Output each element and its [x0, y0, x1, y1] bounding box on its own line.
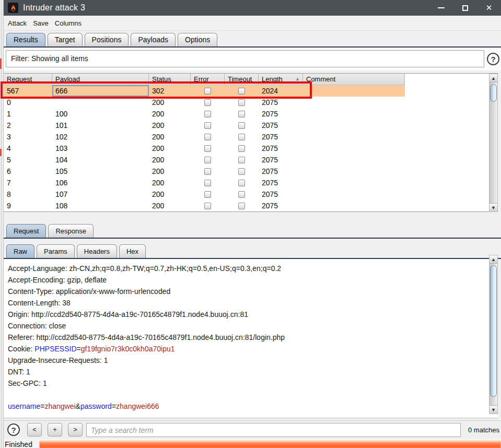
- tab-results[interactable]: Results: [6, 33, 45, 46]
- error-checkbox[interactable]: [204, 134, 211, 140]
- search-prev-button[interactable]: <: [27, 423, 42, 437]
- timeout-checkbox[interactable]: [238, 88, 245, 95]
- table-row[interactable]: 41032002075: [4, 143, 405, 154]
- tab-params[interactable]: Params: [37, 244, 75, 258]
- timeout-checkbox[interactable]: [238, 122, 245, 129]
- table-row[interactable]: 81072002075: [4, 188, 405, 200]
- error-checkbox[interactable]: [204, 203, 211, 209]
- request-text-segment: =: [112, 402, 116, 410]
- request-line: username=zhangwei&password=zhangwei666: [8, 400, 498, 412]
- scroll-down-icon[interactable]: ▼: [490, 405, 497, 414]
- menu-item-save[interactable]: Save: [30, 18, 52, 29]
- column-header-label: Comment: [306, 74, 404, 85]
- tab-hex[interactable]: Hex: [119, 244, 146, 258]
- error-checkbox[interactable]: [204, 99, 211, 106]
- table-row[interactable]: 21012002075: [4, 120, 405, 131]
- column-header-payload[interactable]: Payload: [52, 74, 149, 85]
- error-checkbox[interactable]: [204, 180, 211, 186]
- table-row[interactable]: 31022002075: [4, 131, 405, 143]
- menu-item-attack[interactable]: Attack: [5, 18, 30, 29]
- scroll-down-icon[interactable]: ▼: [490, 203, 497, 211]
- timeout-checkbox[interactable]: [238, 111, 245, 117]
- error-checkbox[interactable]: [204, 157, 211, 163]
- tab-raw[interactable]: Raw: [6, 244, 34, 258]
- scrollbar-thumb[interactable]: [490, 84, 497, 102]
- error-cell: [191, 200, 225, 211]
- flame-icon: [10, 4, 17, 12]
- table-row[interactable]: 71062002075: [4, 177, 405, 188]
- editor-scrollbar[interactable]: ▲ ▼: [489, 255, 498, 414]
- error-checkbox[interactable]: [204, 168, 211, 175]
- search-options-button[interactable]: +: [48, 423, 62, 437]
- sort-ascending-icon: ▲: [295, 74, 300, 85]
- column-header-length[interactable]: Length▲: [259, 74, 303, 85]
- tab-options[interactable]: Options: [178, 33, 217, 46]
- filter-bar[interactable]: Filter: Showing all items: [6, 50, 484, 67]
- maximize-button[interactable]: [453, 0, 477, 16]
- tab-payloads[interactable]: Payloads: [131, 33, 176, 46]
- timeout-checkbox[interactable]: [238, 168, 245, 175]
- request-text-segment: Content-Length: 38: [8, 299, 71, 307]
- tab-positions[interactable]: Positions: [85, 33, 129, 46]
- timeout-checkbox[interactable]: [238, 99, 245, 106]
- error-checkbox[interactable]: [204, 88, 211, 95]
- timeout-checkbox[interactable]: [238, 134, 245, 140]
- comment-cell: [303, 188, 405, 200]
- payload-cell: 100: [52, 108, 149, 120]
- comment-cell: [303, 154, 405, 166]
- search-input[interactable]: [86, 423, 461, 437]
- error-checkbox[interactable]: [204, 111, 211, 117]
- results-table-scrollbar[interactable]: ▲ ▼: [489, 74, 498, 212]
- tab-request[interactable]: Request: [6, 224, 46, 238]
- payload-cell: [52, 97, 149, 108]
- column-header-error[interactable]: Error: [191, 74, 225, 85]
- request-text-segment: Origin: http://ccd2d540-8775-4d4a-a19c-7…: [8, 310, 248, 319]
- error-cell: [191, 143, 225, 154]
- scroll-up-icon[interactable]: ▲: [490, 255, 497, 264]
- table-row[interactable]: 02002075: [4, 97, 405, 108]
- burp-suite-icon: [8, 3, 18, 13]
- request-text-segment: Sec-GPC: 1: [8, 379, 47, 387]
- timeout-checkbox[interactable]: [238, 180, 245, 186]
- status-cell: 200: [149, 131, 191, 143]
- timeout-checkbox[interactable]: [238, 157, 245, 163]
- menu-item-columns[interactable]: Columns: [52, 18, 85, 29]
- timeout-checkbox[interactable]: [238, 203, 245, 209]
- column-header-comment[interactable]: Comment: [303, 74, 405, 85]
- table-row[interactable]: 51042002075: [4, 154, 405, 166]
- request-cell: 9: [4, 200, 52, 211]
- status-cell: 200: [149, 97, 191, 108]
- request-text-segment: zhangwei: [44, 402, 75, 410]
- table-row[interactable]: 5676663022024: [4, 85, 405, 97]
- error-cell: [191, 166, 225, 177]
- error-checkbox[interactable]: [204, 145, 211, 152]
- timeout-checkbox[interactable]: [238, 145, 245, 152]
- table-row[interactable]: 91082002075: [4, 200, 405, 211]
- error-checkbox[interactable]: [204, 122, 211, 129]
- search-next-button[interactable]: >: [68, 423, 83, 437]
- column-header-status[interactable]: Status: [149, 74, 191, 85]
- minimize-button[interactable]: [429, 0, 453, 16]
- status-cell: 200: [149, 166, 191, 177]
- request-cell: 4: [4, 143, 52, 154]
- column-header-timeout[interactable]: Timeout: [225, 74, 259, 85]
- scroll-up-icon[interactable]: ▲: [490, 74, 497, 82]
- raw-request-editor[interactable]: Accept-Language: zh-CN,zh;q=0.8,zh-TW;q=…: [4, 259, 498, 418]
- tab-response[interactable]: Response: [48, 224, 94, 238]
- column-header-request[interactable]: Request: [4, 74, 52, 85]
- error-cell: [191, 108, 225, 120]
- help-icon[interactable]: ?: [487, 53, 499, 65]
- tab-target[interactable]: Target: [48, 33, 83, 46]
- search-help-icon[interactable]: ?: [7, 423, 20, 436]
- error-checkbox[interactable]: [204, 191, 211, 198]
- table-row[interactable]: 11002002075: [4, 108, 405, 120]
- results-table-body: 5676663022024020020751100200207521012002…: [4, 85, 498, 211]
- request-line: Content-Length: 38: [8, 297, 498, 309]
- table-row[interactable]: 61052002075: [4, 166, 405, 177]
- close-button[interactable]: ✕: [477, 0, 501, 16]
- background-red-speck: [0, 149, 2, 156]
- column-header-label: Error: [194, 74, 224, 85]
- scrollbar-thumb[interactable]: [490, 265, 497, 397]
- timeout-checkbox[interactable]: [238, 191, 245, 198]
- tab-headers[interactable]: Headers: [77, 244, 117, 258]
